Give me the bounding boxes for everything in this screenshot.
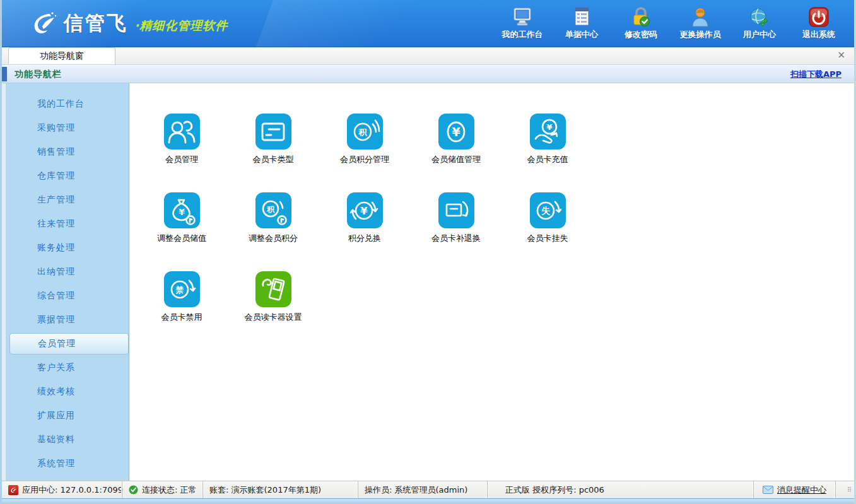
app-logo-small-icon bbox=[8, 485, 18, 495]
brand-tagline: ·精细化管理软件 bbox=[134, 18, 228, 34]
app-window: 信管飞 ·精细化管理软件 我的工作台 单据中心 修改密码 bbox=[0, 0, 856, 504]
status-operator: 操作员: 系统管理员(admin) bbox=[358, 481, 487, 498]
sidebar-item-contacts[interactable]: 往来管理 bbox=[6, 212, 129, 236]
toolbar-item-label: 单据中心 bbox=[565, 29, 598, 40]
section-header: 功能导航栏 扫描下载APP bbox=[2, 65, 854, 83]
svg-text:¥: ¥ bbox=[452, 125, 460, 139]
status-connection-text: 连接状态: 正常 bbox=[142, 484, 197, 496]
sidebar-item-invoice[interactable]: 票据管理 bbox=[6, 308, 129, 332]
grid-item-card-reader-settings[interactable]: 会员读卡器设置 bbox=[243, 271, 303, 350]
toolbar-item-label: 修改密码 bbox=[624, 29, 657, 40]
grid-item-member-stored-value[interactable]: ¥ 会员储值管理 bbox=[426, 114, 486, 192]
status-connection: 连接状态: 正常 bbox=[122, 481, 202, 498]
status-license-text: 正式版 授权序列号: pc006 bbox=[505, 484, 604, 496]
tab-function-navigator[interactable]: 功能导航窗 bbox=[8, 47, 115, 64]
toolbar-item-user-center[interactable]: 用户中心 bbox=[738, 7, 781, 40]
status-license: 正式版 授权序列号: pc006 bbox=[487, 481, 683, 498]
svg-text:禁: 禁 bbox=[175, 285, 184, 295]
grid-item-points-exchange[interactable]: ¥ 积分兑换 bbox=[334, 192, 395, 271]
section-title: 功能导航栏 bbox=[15, 69, 62, 80]
status-app-center-text: 应用中心: 127.0.0.1:7099 bbox=[22, 484, 123, 496]
toolbar-item-exit[interactable]: 退出系统 bbox=[797, 7, 840, 40]
loss-circle-icon: 失 bbox=[530, 192, 566, 228]
window-border-bottom bbox=[2, 498, 854, 504]
card-reader-icon bbox=[255, 271, 291, 307]
toolbar-item-document-center[interactable]: 单据中心 bbox=[560, 7, 603, 40]
card-refresh-icon bbox=[438, 192, 474, 228]
points-circle-icon: 积 bbox=[347, 114, 383, 149]
grid-item-card-disable[interactable]: 禁 会员卡禁用 bbox=[151, 271, 212, 350]
user-icon bbox=[689, 7, 711, 27]
sidebar-item-system[interactable]: 系统管理 bbox=[6, 452, 129, 476]
grid-item-card-loss[interactable]: 失 会员卡挂失 bbox=[517, 192, 578, 271]
svg-text:¥: ¥ bbox=[179, 207, 185, 217]
main-panel: 会员管理 会员卡类型 积 会员积分管理 ¥ bbox=[129, 83, 854, 481]
grid-item-label: 会员卡充值 bbox=[527, 154, 568, 165]
grid-item-label: 积分兑换 bbox=[348, 233, 381, 244]
lock-check-icon bbox=[630, 7, 652, 27]
grid-item-adjust-points[interactable]: 积 调整会员积分 bbox=[243, 192, 303, 271]
close-icon[interactable]: × bbox=[837, 50, 845, 60]
mail-icon bbox=[763, 486, 773, 494]
status-account-text: 账套: 演示账套(2017年第1期) bbox=[209, 484, 321, 496]
sidebar-item-cashier[interactable]: 出纳管理 bbox=[6, 260, 129, 284]
svg-text:失: 失 bbox=[541, 206, 551, 216]
grid-item-label: 会员储值管理 bbox=[431, 154, 481, 165]
sidebar-item-purchase[interactable]: 采购管理 bbox=[6, 116, 129, 140]
grid-item-member-points[interactable]: 积 会员积分管理 bbox=[334, 114, 395, 192]
check-circle-icon bbox=[129, 485, 138, 495]
sidebar-item-warehouse[interactable]: 仓库管理 bbox=[6, 164, 129, 188]
sidebar-item-production[interactable]: 生产管理 bbox=[6, 188, 129, 212]
toolbar-item-label: 更换操作员 bbox=[680, 29, 721, 40]
grid-item-member-management[interactable]: 会员管理 bbox=[151, 114, 212, 192]
toolbar-item-switch-operator[interactable]: 更换操作员 bbox=[679, 7, 722, 40]
hand-yen-icon: ¥ bbox=[530, 114, 566, 149]
resize-grip[interactable]: ⠿ bbox=[835, 481, 854, 498]
grid-item-card-replace[interactable]: 会员卡补退换 bbox=[426, 192, 486, 271]
grid-item-label: 会员读卡器设置 bbox=[245, 312, 302, 323]
toolbar-item-change-password[interactable]: 修改密码 bbox=[619, 7, 662, 40]
status-app-center: 应用中心: 127.0.0.1:7099 bbox=[2, 481, 122, 498]
sidebar-item-performance[interactable]: 绩效考核 bbox=[6, 380, 129, 404]
toolbar-item-label: 我的工作台 bbox=[502, 29, 543, 40]
status-bar: 应用中心: 127.0.0.1:7099 连接状态: 正常 账套: 演示账套(2… bbox=[2, 481, 854, 498]
yen-swap-icon: ¥ bbox=[347, 192, 383, 228]
sidebar-item-sales[interactable]: 销售管理 bbox=[6, 140, 129, 164]
grid-item-member-card-type[interactable]: 会员卡类型 bbox=[243, 114, 303, 192]
tab-label: 功能导航窗 bbox=[40, 50, 84, 62]
monitor-icon bbox=[512, 7, 533, 27]
grid-item-adjust-stored-value[interactable]: ¥ 调整会员储值 bbox=[151, 192, 212, 271]
message-center-link[interactable]: 消息提醒中心 bbox=[753, 481, 835, 498]
grid-item-label: 会员卡类型 bbox=[253, 154, 294, 165]
sidebar-item-extensions[interactable]: 扩展应用 bbox=[6, 404, 129, 428]
card-icon bbox=[255, 114, 291, 149]
app-header: 信管飞 ·精细化管理软件 我的工作台 单据中心 修改密码 bbox=[2, 0, 854, 47]
sidebar-item-basic-data[interactable]: 基础资料 bbox=[6, 428, 129, 452]
sidebar-item-accounting[interactable]: 账务处理 bbox=[6, 236, 129, 260]
brand-swoosh-icon bbox=[28, 10, 57, 37]
sidebar-item-workbench[interactable]: 我的工作台 bbox=[6, 92, 129, 116]
points-adjust-icon: 积 bbox=[255, 192, 291, 228]
tab-strip: 功能导航窗 × bbox=[2, 47, 854, 65]
accent-bar bbox=[2, 67, 7, 81]
grid-item-card-recharge[interactable]: ¥ 会员卡充值 bbox=[517, 114, 578, 192]
grid-item-label: 会员卡挂失 bbox=[527, 233, 568, 244]
app-logo: 信管飞 ·精细化管理软件 bbox=[28, 10, 228, 37]
toolbar-item-workbench[interactable]: 我的工作台 bbox=[501, 7, 544, 40]
grid-item-label: 会员卡禁用 bbox=[161, 312, 202, 323]
message-center-text: 消息提醒中心 bbox=[777, 484, 826, 496]
status-spacer bbox=[683, 481, 753, 498]
status-operator-text: 操作员: 系统管理员(admin) bbox=[365, 484, 467, 496]
sidebar-item-comprehensive[interactable]: 综合管理 bbox=[6, 284, 129, 308]
status-account-set: 账套: 演示账套(2017年第1期) bbox=[202, 481, 358, 498]
forbidden-circle-icon: 禁 bbox=[164, 271, 200, 307]
scan-download-app-link[interactable]: 扫描下载APP bbox=[790, 69, 841, 80]
svg-text:积: 积 bbox=[266, 205, 275, 214]
document-list-icon bbox=[571, 7, 592, 27]
members-icon bbox=[164, 114, 200, 149]
power-icon bbox=[808, 7, 830, 27]
sidebar-item-customer-relations[interactable]: 客户关系 bbox=[6, 356, 129, 380]
grid-item-label: 调整会员储值 bbox=[157, 233, 206, 244]
toolbar-item-label: 用户中心 bbox=[743, 29, 776, 40]
sidebar-item-member[interactable]: 会员管理 bbox=[9, 333, 129, 355]
